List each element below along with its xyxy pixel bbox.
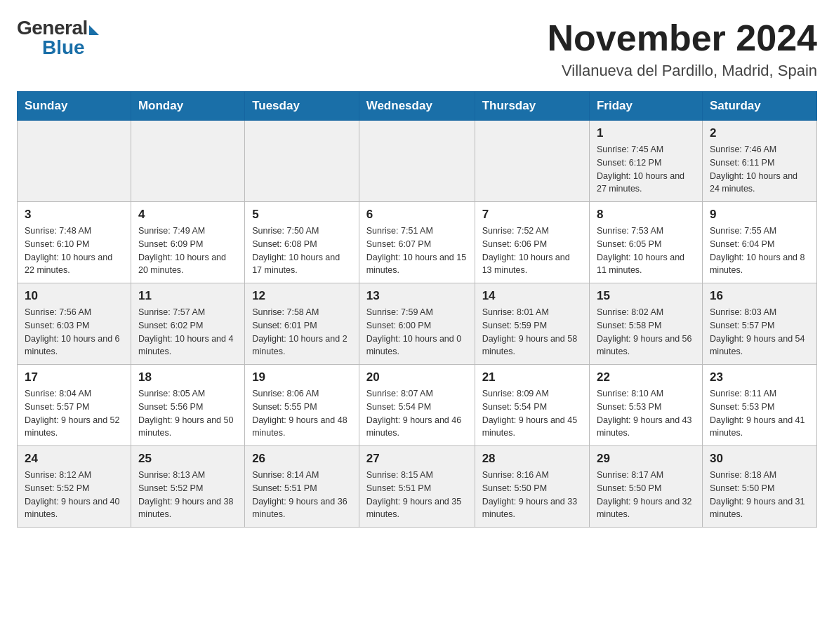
day-number: 4 (138, 208, 237, 222)
calendar-day: 14Sunrise: 8:01 AM Sunset: 5:59 PM Dayli… (475, 283, 589, 365)
calendar-day: 29Sunrise: 8:17 AM Sunset: 5:50 PM Dayli… (589, 446, 702, 528)
calendar-day: 17Sunrise: 8:04 AM Sunset: 5:57 PM Dayli… (18, 365, 131, 446)
day-number: 11 (138, 289, 237, 303)
day-info: Sunrise: 7:53 AM Sunset: 6:05 PM Dayligh… (597, 224, 695, 277)
day-info: Sunrise: 8:16 AM Sunset: 5:50 PM Dayligh… (482, 469, 582, 521)
day-info: Sunrise: 7:55 AM Sunset: 6:04 PM Dayligh… (710, 224, 809, 277)
day-info: Sunrise: 8:14 AM Sunset: 5:51 PM Dayligh… (252, 469, 352, 521)
day-number: 9 (710, 208, 809, 222)
day-info: Sunrise: 8:01 AM Sunset: 5:59 PM Dayligh… (482, 306, 582, 358)
calendar-day: 27Sunrise: 8:15 AM Sunset: 5:51 PM Dayli… (359, 446, 475, 528)
calendar-week-5: 24Sunrise: 8:12 AM Sunset: 5:52 PM Dayli… (18, 446, 817, 528)
day-info: Sunrise: 7:48 AM Sunset: 6:10 PM Dayligh… (25, 224, 124, 277)
day-info: Sunrise: 8:17 AM Sunset: 5:50 PM Dayligh… (597, 469, 695, 521)
header-saturday: Saturday (702, 92, 816, 121)
day-info: Sunrise: 8:03 AM Sunset: 5:57 PM Dayligh… (710, 306, 809, 358)
day-number: 18 (138, 370, 237, 384)
day-info: Sunrise: 8:13 AM Sunset: 5:52 PM Dayligh… (138, 469, 237, 521)
calendar-day: 22Sunrise: 8:10 AM Sunset: 5:53 PM Dayli… (589, 365, 702, 446)
day-info: Sunrise: 8:04 AM Sunset: 5:57 PM Dayligh… (25, 387, 124, 440)
calendar-day: 30Sunrise: 8:18 AM Sunset: 5:50 PM Dayli… (702, 446, 816, 528)
header-thursday: Thursday (475, 92, 589, 121)
day-info: Sunrise: 7:52 AM Sunset: 6:06 PM Dayligh… (482, 224, 582, 277)
day-info: Sunrise: 7:49 AM Sunset: 6:09 PM Dayligh… (138, 224, 237, 277)
calendar-day: 6Sunrise: 7:51 AM Sunset: 6:07 PM Daylig… (359, 202, 475, 283)
calendar-day: 28Sunrise: 8:16 AM Sunset: 5:50 PM Dayli… (475, 446, 589, 528)
day-number: 17 (25, 370, 124, 384)
calendar-day: 23Sunrise: 8:11 AM Sunset: 5:53 PM Dayli… (702, 365, 816, 446)
day-info: Sunrise: 7:59 AM Sunset: 6:00 PM Dayligh… (366, 306, 468, 358)
day-number: 6 (366, 208, 468, 222)
calendar-day: 18Sunrise: 8:05 AM Sunset: 5:56 PM Dayli… (131, 365, 244, 446)
calendar-day: 10Sunrise: 7:56 AM Sunset: 6:03 PM Dayli… (18, 283, 131, 365)
day-number: 20 (366, 370, 468, 384)
calendar-day: 15Sunrise: 8:02 AM Sunset: 5:58 PM Dayli… (589, 283, 702, 365)
day-number: 10 (25, 289, 124, 303)
calendar-day (475, 121, 589, 202)
day-number: 24 (25, 452, 124, 466)
calendar-day: 20Sunrise: 8:07 AM Sunset: 5:54 PM Dayli… (359, 365, 475, 446)
month-title: November 2024 (548, 17, 817, 59)
logo-blue-text: Blue (42, 36, 85, 59)
day-info: Sunrise: 8:12 AM Sunset: 5:52 PM Dayligh… (25, 469, 124, 521)
day-number: 28 (482, 452, 582, 466)
header-friday: Friday (589, 92, 702, 121)
day-number: 14 (482, 289, 582, 303)
calendar-day: 3Sunrise: 7:48 AM Sunset: 6:10 PM Daylig… (18, 202, 131, 283)
calendar-day (131, 121, 244, 202)
day-info: Sunrise: 7:45 AM Sunset: 6:12 PM Dayligh… (597, 143, 695, 196)
day-number: 16 (710, 289, 809, 303)
day-info: Sunrise: 8:10 AM Sunset: 5:53 PM Dayligh… (597, 387, 695, 440)
day-info: Sunrise: 7:46 AM Sunset: 6:11 PM Dayligh… (710, 143, 809, 196)
day-info: Sunrise: 7:51 AM Sunset: 6:07 PM Dayligh… (366, 224, 468, 277)
calendar-day: 7Sunrise: 7:52 AM Sunset: 6:06 PM Daylig… (475, 202, 589, 283)
page-header: General Blue November 2024 Villanueva de… (17, 17, 817, 80)
day-info: Sunrise: 8:09 AM Sunset: 5:54 PM Dayligh… (482, 387, 582, 440)
day-number: 3 (25, 208, 124, 222)
day-number: 29 (597, 452, 695, 466)
day-number: 12 (252, 289, 352, 303)
day-number: 22 (597, 370, 695, 384)
day-info: Sunrise: 8:05 AM Sunset: 5:56 PM Dayligh… (138, 387, 237, 440)
calendar-day: 26Sunrise: 8:14 AM Sunset: 5:51 PM Dayli… (245, 446, 359, 528)
calendar-day: 5Sunrise: 7:50 AM Sunset: 6:08 PM Daylig… (245, 202, 359, 283)
location-title: Villanueva del Pardillo, Madrid, Spain (548, 62, 817, 80)
calendar-day: 4Sunrise: 7:49 AM Sunset: 6:09 PM Daylig… (131, 202, 244, 283)
day-info: Sunrise: 7:57 AM Sunset: 6:02 PM Dayligh… (138, 306, 237, 358)
calendar-week-2: 3Sunrise: 7:48 AM Sunset: 6:10 PM Daylig… (18, 202, 817, 283)
logo-arrow-icon (89, 25, 99, 35)
day-number: 5 (252, 208, 352, 222)
calendar-day (359, 121, 475, 202)
calendar-table: Sunday Monday Tuesday Wednesday Thursday… (17, 91, 817, 528)
calendar-day: 21Sunrise: 8:09 AM Sunset: 5:54 PM Dayli… (475, 365, 589, 446)
day-number: 27 (366, 452, 468, 466)
day-number: 2 (710, 126, 809, 140)
header-tuesday: Tuesday (245, 92, 359, 121)
calendar-day: 1Sunrise: 7:45 AM Sunset: 6:12 PM Daylig… (589, 121, 702, 202)
day-info: Sunrise: 7:56 AM Sunset: 6:03 PM Dayligh… (25, 306, 124, 358)
header-sunday: Sunday (18, 92, 131, 121)
calendar-week-1: 1Sunrise: 7:45 AM Sunset: 6:12 PM Daylig… (18, 121, 817, 202)
day-number: 15 (597, 289, 695, 303)
title-section: November 2024 Villanueva del Pardillo, M… (548, 17, 817, 80)
day-number: 8 (597, 208, 695, 222)
day-number: 1 (597, 126, 695, 140)
calendar-week-4: 17Sunrise: 8:04 AM Sunset: 5:57 PM Dayli… (18, 365, 817, 446)
day-number: 13 (366, 289, 468, 303)
calendar-header-row: Sunday Monday Tuesday Wednesday Thursday… (18, 92, 817, 121)
calendar-day: 12Sunrise: 7:58 AM Sunset: 6:01 PM Dayli… (245, 283, 359, 365)
header-wednesday: Wednesday (359, 92, 475, 121)
day-number: 30 (710, 452, 809, 466)
day-info: Sunrise: 8:02 AM Sunset: 5:58 PM Dayligh… (597, 306, 695, 358)
header-monday: Monday (131, 92, 244, 121)
calendar-day: 2Sunrise: 7:46 AM Sunset: 6:11 PM Daylig… (702, 121, 816, 202)
day-info: Sunrise: 8:11 AM Sunset: 5:53 PM Dayligh… (710, 387, 809, 440)
calendar-day: 8Sunrise: 7:53 AM Sunset: 6:05 PM Daylig… (589, 202, 702, 283)
logo: General Blue (17, 17, 99, 59)
day-number: 23 (710, 370, 809, 384)
day-number: 7 (482, 208, 582, 222)
day-info: Sunrise: 8:18 AM Sunset: 5:50 PM Dayligh… (710, 469, 809, 521)
calendar-day: 25Sunrise: 8:13 AM Sunset: 5:52 PM Dayli… (131, 446, 244, 528)
calendar-day: 9Sunrise: 7:55 AM Sunset: 6:04 PM Daylig… (702, 202, 816, 283)
day-number: 25 (138, 452, 237, 466)
